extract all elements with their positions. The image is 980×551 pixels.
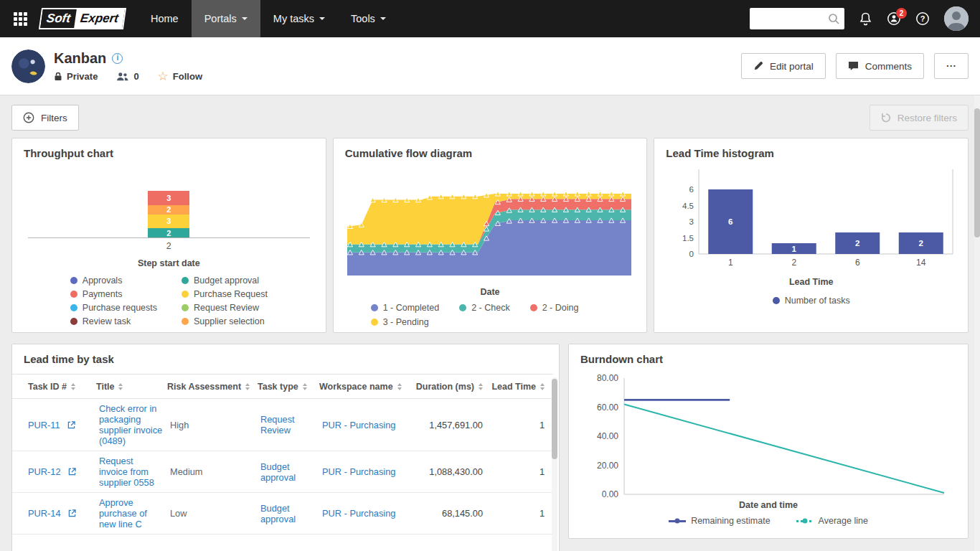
legend-column: Budget approvalPurchase RequestRequest R… <box>182 276 268 326</box>
cell-task-type: Budget approval <box>258 493 319 534</box>
risk-value: Medium <box>170 466 203 477</box>
external-link-icon <box>67 421 75 429</box>
legend-swatch <box>70 304 77 311</box>
apps-menu-button[interactable] <box>7 0 33 37</box>
nav-item-home[interactable]: Home <box>138 0 192 37</box>
workspace-link[interactable]: PUR - Purchasing <box>322 466 395 477</box>
portal-avatar[interactable] <box>11 50 45 83</box>
table-row: PUR-12Request invoice from supplier 0558… <box>12 451 553 493</box>
people-icon <box>116 72 129 81</box>
dashboard-content: Filters Restore filters Throughput chart… <box>0 105 980 551</box>
throughput-bar-segment: 2 <box>148 228 189 237</box>
table-scrollbar-thumb[interactable] <box>552 379 557 459</box>
task-id-link[interactable]: PUR-14 <box>28 508 61 519</box>
y-tick-label: 3 <box>689 217 693 226</box>
legend-swatch <box>773 297 780 304</box>
task-type-link[interactable]: Budget approval <box>260 503 296 524</box>
y-tick-label: 80.00 <box>597 373 618 383</box>
lead-time-table-card: Lead time by task Task ID # Title Risk A… <box>11 344 560 551</box>
comments-label: Comments <box>865 61 912 72</box>
cell-title: Check error in packaging supplier invoic… <box>96 399 167 451</box>
workspace-link[interactable]: PUR - Purchasing <box>322 420 395 430</box>
flow-marker <box>370 197 375 202</box>
follow-button[interactable]: ☆ Follow <box>158 71 202 82</box>
restore-filters-button[interactable]: Restore filters <box>870 105 969 131</box>
legend-label: Supplier selection <box>194 316 265 326</box>
legend-item: 3 - Pending <box>371 317 429 327</box>
filters-button[interactable]: Filters <box>11 105 79 131</box>
comments-button[interactable]: Comments <box>836 53 924 79</box>
nav-label: Portals <box>204 13 237 24</box>
nav-item-tools[interactable]: Tools <box>338 0 399 37</box>
flow-marker <box>609 192 614 196</box>
bar-value-label: 6 <box>728 217 732 226</box>
column-header-workspace[interactable]: Workspace name <box>319 375 407 399</box>
softexpert-logo[interactable]: Soft Expert <box>39 8 126 29</box>
portal-header: Kanban i Private 0 ☆ Follow Edit portal <box>0 37 980 95</box>
column-header-lead-time[interactable]: Lead Time <box>486 375 553 399</box>
cell-lead-time: 1 <box>486 399 553 451</box>
info-icon[interactable]: i <box>112 53 123 64</box>
nav-label: My tasks <box>273 13 314 24</box>
apps-grid-icon <box>14 12 27 26</box>
nav-item-portals[interactable]: Portals <box>192 0 260 37</box>
legend-item: 2 - Check <box>459 303 510 313</box>
throughput-bar-segment: 3 <box>148 191 189 205</box>
task-id-link[interactable]: PUR-12 <box>28 466 61 477</box>
legend-label: Request Review <box>194 303 259 313</box>
column-header-duration[interactable]: Duration (ms) <box>407 375 486 399</box>
cell-task-type: Budget approval <box>258 451 319 493</box>
nav-item-my-tasks[interactable]: My tasks <box>260 0 338 37</box>
flow-marker <box>598 192 603 196</box>
column-label: Workspace name <box>319 382 393 392</box>
legend-swatch <box>70 318 77 325</box>
search-icon[interactable] <box>827 12 840 28</box>
help-center-button[interactable]: 2 <box>887 11 901 26</box>
flow-marker <box>563 192 568 196</box>
filters-label: Filters <box>41 113 67 123</box>
workspace-link[interactable]: PUR - Purchasing <box>322 508 395 519</box>
user-avatar[interactable] <box>944 6 969 31</box>
task-title-link[interactable]: Approve purchase of new line C <box>99 497 147 529</box>
followers-indicator[interactable]: 0 <box>116 71 138 82</box>
cell-duration: 1,088,430.00 <box>407 451 486 493</box>
throughput-bar-segment: 2 <box>148 205 189 215</box>
y-tick-label: 0.00 <box>602 489 619 499</box>
sort-icon <box>71 383 75 390</box>
lock-icon <box>54 72 62 81</box>
column-label: Title <box>96 382 114 392</box>
lead-time-histogram-chart: 64.531.50611226214 <box>666 162 957 276</box>
legend-swatch <box>371 304 378 311</box>
column-header-title[interactable]: Title <box>96 375 167 399</box>
avatar-photo <box>944 6 969 31</box>
question-icon: ? <box>915 11 930 26</box>
legend-swatch <box>796 520 814 522</box>
cell-workspace: PUR - Purchasing <box>319 399 407 451</box>
edit-portal-button[interactable]: Edit portal <box>741 53 826 79</box>
task-type-link[interactable]: Request Review <box>260 414 295 435</box>
legend-swatch <box>371 319 378 326</box>
y-tick-label: 6 <box>689 185 693 194</box>
task-title-link[interactable]: Request invoice from supplier 0558 <box>99 456 154 488</box>
page-scrollbar-thumb[interactable] <box>974 108 980 237</box>
flow-marker <box>586 192 591 196</box>
chart-legend: 1 - Completed2 - Check2 - Doing3 - Pendi… <box>334 297 647 327</box>
cell-risk: High <box>167 399 258 451</box>
legend-item: Review task <box>70 316 157 326</box>
flow-marker <box>529 192 534 196</box>
task-type-link[interactable]: Budget approval <box>260 461 296 483</box>
help-button[interactable]: ? <box>915 11 930 26</box>
cell-workspace: PUR - Purchasing <box>319 493 407 534</box>
legend-swatch <box>182 304 189 311</box>
task-title-link[interactable]: Check error in packaging supplier invoic… <box>99 403 162 446</box>
flow-marker <box>507 192 512 196</box>
legend-swatch <box>70 291 77 298</box>
cell-title: Request invoice from supplier 0558 <box>96 451 167 493</box>
comment-icon <box>848 61 859 71</box>
column-header-task-type[interactable]: Task type <box>258 375 319 399</box>
column-header-task-id[interactable]: Task ID # <box>12 375 96 399</box>
task-id-link[interactable]: PUR-11 <box>28 420 60 430</box>
notifications-bell-button[interactable] <box>859 11 872 26</box>
column-header-risk[interactable]: Risk Assessment <box>167 375 258 399</box>
more-options-button[interactable]: ... <box>934 53 969 79</box>
